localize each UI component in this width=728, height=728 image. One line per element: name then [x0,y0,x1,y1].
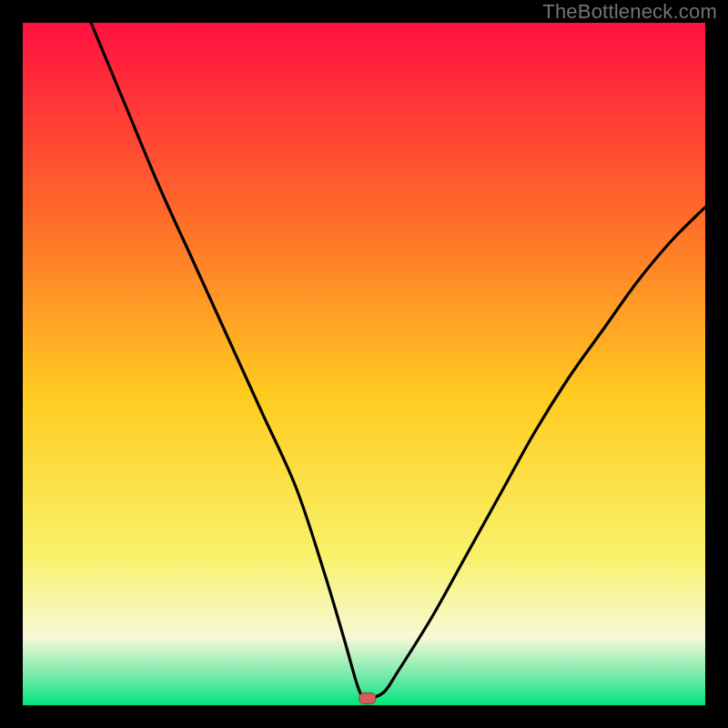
chart-svg [23,23,705,705]
watermark-text: TheBottleneck.com [542,0,717,24]
plot-area [23,23,705,705]
gradient-background [23,23,705,705]
chart-stage: TheBottleneck.com [0,0,728,728]
minimum-marker [359,693,376,704]
